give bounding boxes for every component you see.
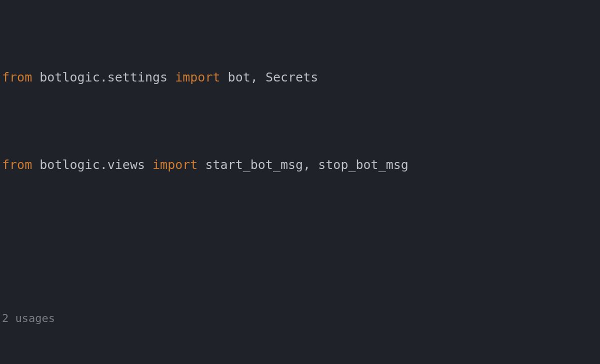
imported-name: Secrets [266,70,318,84]
usage-hint[interactable]: 2 usages [0,308,600,330]
keyword-from: from [2,158,32,172]
code-line-1[interactable]: from botlogic.settings import bot, Secre… [0,66,600,88]
module-path: botlogic.settings [40,70,168,84]
code-line-2[interactable]: from botlogic.views import start_bot_msg… [0,154,600,176]
code-editor[interactable]: from botlogic.settings import bot, Secre… [0,1,600,364]
comma: , [250,70,258,84]
keyword-from: from [2,70,32,84]
module-path: botlogic.views [40,158,145,172]
keyword-import: import [175,70,220,84]
imported-name: bot [228,70,250,84]
imported-name: stop_bot_msg [318,158,408,172]
imported-name: start_bot_msg [205,158,303,172]
comma: , [303,158,310,172]
keyword-import: import [152,158,198,172]
